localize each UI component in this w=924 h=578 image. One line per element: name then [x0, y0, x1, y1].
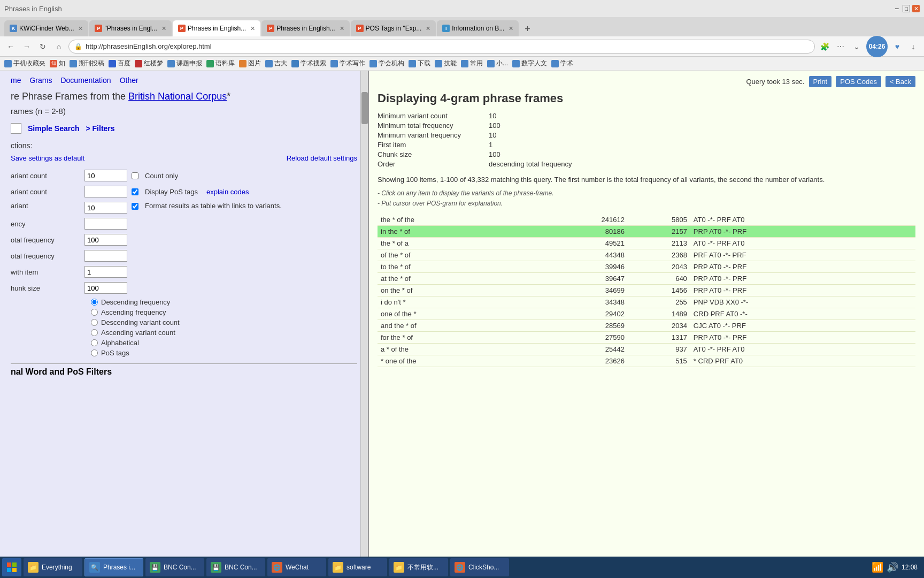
tab-close-info[interactable]: ✕	[509, 25, 513, 32]
tab-info[interactable]: I Information on B... ✕	[437, 20, 519, 36]
bookmark-jida[interactable]: 吉大	[265, 59, 287, 68]
tab-close-phrases2[interactable]: ✕	[161, 25, 166, 32]
pos-tags-cell[interactable]: * CRD PRF AT0	[690, 355, 915, 367]
tab-phrases4[interactable]: P Phrases in English... ✕	[261, 20, 349, 36]
order-ascending-variant-radio[interactable]	[91, 329, 98, 336]
chunk-size-input[interactable]	[84, 282, 127, 294]
taskbar-item-1[interactable]: 🔍 Phrases i...	[84, 558, 143, 576]
bookmark-academic2[interactable]: 学术	[551, 59, 573, 68]
phrase-cell[interactable]: the * of a	[378, 237, 553, 249]
phrase-cell[interactable]: a * of the	[378, 343, 553, 355]
bookmark-journal[interactable]: 期刊投稿	[70, 59, 104, 68]
search-input-small[interactable]	[11, 123, 21, 134]
bookmark-download[interactable]: 下载	[409, 59, 430, 68]
maximize-button[interactable]: □	[903, 5, 910, 12]
table-row[interactable]: in the * of 80186 2157 PRP AT0 -*- PRF	[378, 225, 915, 237]
tab-close-kwicfinder[interactable]: ✕	[78, 25, 83, 32]
pos-tags-cell[interactable]: PRP AT0 -*- PRF	[690, 225, 915, 237]
left-scrollbar[interactable]	[360, 71, 368, 557]
count-only-checkbox[interactable]	[132, 172, 138, 179]
pos-tags-cell[interactable]: AT0 -*- PRF AT0	[690, 343, 915, 355]
taskbar-item-0[interactable]: 📁 Everything	[24, 558, 82, 576]
reload-settings-link[interactable]: Reload default settings	[287, 154, 357, 162]
phrase-cell[interactable]: for the * of	[378, 331, 553, 343]
home-button[interactable]: ⌂	[52, 40, 65, 53]
pos-tags-cell[interactable]: PRP AT0 -*- PRF	[690, 272, 915, 284]
bookmark-corpus[interactable]: 语料库	[206, 59, 235, 68]
phrase-cell[interactable]: at the * of	[378, 272, 553, 284]
table-row[interactable]: one of the * 29402 1489 CRD PRF AT0 -*-	[378, 308, 915, 320]
bookmark-button[interactable]: ♥	[891, 40, 904, 53]
table-row[interactable]: * one of the 23626 515 * CRD PRF AT0	[378, 355, 915, 367]
order-descending-variant-radio[interactable]	[91, 319, 98, 326]
pos-tags-cell[interactable]: PRF AT0 -*- PRF	[690, 249, 915, 261]
nav-other[interactable]: Other	[120, 76, 138, 85]
extensions-button[interactable]: 🧩	[818, 40, 831, 53]
tab-close-phrases4[interactable]: ✕	[340, 25, 344, 32]
phrase-cell[interactable]: the * of the	[378, 214, 553, 226]
start-button[interactable]	[2, 558, 21, 576]
total-freq-max-input[interactable]	[84, 250, 127, 262]
tab-close-phrases3[interactable]: ✕	[250, 25, 255, 32]
table-row[interactable]: of the * of 44348 2368 PRF AT0 -*- PRF	[378, 249, 915, 261]
min-variant-count-input[interactable]	[84, 170, 127, 181]
order-alphabetical-radio[interactable]	[91, 339, 98, 346]
minimize-button[interactable]: −	[893, 5, 900, 12]
taskbar-item-3[interactable]: 💾 BNC Con...	[206, 558, 265, 576]
table-row[interactable]: for the * of 27590 1317 PRP AT0 -*- PRF	[378, 331, 915, 343]
bookmark-topic[interactable]: 课题申报	[167, 59, 202, 68]
phrase-cell[interactable]: in the * of	[378, 225, 553, 237]
nav-documentation[interactable]: Documentation	[60, 76, 111, 85]
pos-tags-cell[interactable]: PRP AT0 -*- PRF	[690, 331, 915, 343]
phrase-cell[interactable]: of the * of	[378, 249, 553, 261]
window-controls[interactable]: − □ ✕	[893, 5, 920, 12]
max-variant-count-input[interactable]	[84, 186, 127, 197]
tab-phrases3[interactable]: P Phrases in English... ✕	[173, 20, 260, 36]
phrase-cell[interactable]: one of the *	[378, 308, 553, 320]
nav-grams[interactable]: Grams	[29, 76, 52, 85]
order-ascending-freq-radio[interactable]	[91, 309, 98, 316]
print-button[interactable]: Print	[809, 76, 832, 87]
taskbar-item-6[interactable]: 📁 不常用软...	[389, 558, 448, 576]
tab-close-postags[interactable]: ✕	[426, 25, 430, 32]
scrollbar-thumb[interactable]	[361, 92, 368, 124]
phrase-cell[interactable]: i do n't *	[378, 296, 553, 308]
bookmark-images[interactable]: 图片	[239, 59, 261, 68]
table-row[interactable]: i do n't * 34348 255 PNP VDB XX0 -*-	[378, 296, 915, 308]
expand-button[interactable]: ⌄	[850, 40, 863, 53]
tab-postags[interactable]: P POS Tags in "Exp... ✕	[351, 20, 436, 36]
bnc-link[interactable]: British National Corpus	[128, 91, 227, 102]
table-row[interactable]: the * of a 49521 2113 AT0 -*- PRF AT0	[378, 237, 915, 249]
first-item-input[interactable]	[84, 266, 127, 278]
taskbar-item-7[interactable]: 🌐 ClickSho...	[450, 558, 509, 576]
total-freq-min-input[interactable]	[84, 234, 127, 246]
table-row[interactable]: on the * of 34699 1456 PRP AT0 -*- PRF	[378, 284, 915, 296]
table-row[interactable]: at the * of 39647 640 PRP AT0 -*- PRF	[378, 272, 915, 284]
bookmark-hlm[interactable]: 红楼梦	[135, 59, 163, 68]
order-descending-freq-radio[interactable]	[91, 299, 98, 306]
bookmark-common[interactable]: 常用	[461, 59, 483, 68]
bookmark-institution[interactable]: 学会机构	[369, 59, 404, 68]
taskbar-item-5[interactable]: 📁 software	[328, 558, 387, 576]
order-pos-tags-radio[interactable]	[91, 349, 98, 356]
bookmark-digital-humanities[interactable]: 数字人文	[512, 59, 547, 68]
max-variant-freq-input[interactable]	[84, 218, 127, 230]
pos-tags-cell[interactable]: PRP AT0 -*- PRF	[690, 284, 915, 296]
table-row[interactable]: and the * of 28569 2034 CJC AT0 -*- PRF	[378, 320, 915, 331]
taskbar-item-4[interactable]: 🌐 WeChat	[267, 558, 326, 576]
download-button[interactable]: ↓	[907, 40, 920, 53]
pos-tags-cell[interactable]: PNP VDB XX0 -*-	[690, 296, 915, 308]
bookmark-skills[interactable]: 技能	[435, 59, 457, 68]
phrase-cell[interactable]: and the * of	[378, 320, 553, 331]
bookmark-academic-search[interactable]: 学术搜索	[291, 59, 326, 68]
pos-tags-cell[interactable]: CJC AT0 -*- PRF	[690, 320, 915, 331]
menu-button[interactable]: ⋯	[834, 40, 847, 53]
pos-tags-cell[interactable]: CRD PRF AT0 -*-	[690, 308, 915, 320]
save-settings-link[interactable]: Save settings as default	[11, 154, 84, 162]
url-bar[interactable]: 🔒 http://phrasesinEnglish.org/explorep.h…	[68, 40, 815, 54]
simple-search-link[interactable]: Simple Search	[28, 124, 80, 133]
bookmark-xiao[interactable]: 小...	[487, 59, 508, 68]
phrase-cell[interactable]: to the * of	[378, 261, 553, 272]
tab-phrases2[interactable]: P "Phrases in Engl... ✕	[89, 20, 171, 36]
refresh-button[interactable]: ↻	[36, 40, 49, 53]
